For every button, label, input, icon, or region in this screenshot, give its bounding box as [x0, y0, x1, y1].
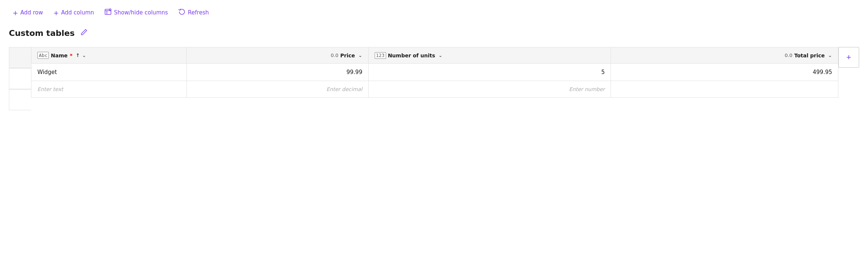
add-column-plus-button[interactable]: + — [838, 47, 859, 68]
row-1-units-value: 5 — [601, 69, 605, 75]
row-1-price-value: 99.99 — [347, 69, 362, 75]
empty-total-cell — [611, 81, 838, 98]
table-row: Widget 99.99 5 499.95 — [31, 64, 838, 81]
show-hide-label: Show/hide columns — [114, 9, 168, 16]
price-chevron-icon: ⌄ — [358, 53, 362, 58]
col-price-label: Price — [340, 53, 355, 58]
pencil-icon — [80, 28, 88, 38]
add-row-label: Add row — [20, 9, 43, 16]
price-type-icon: 0.0 — [331, 53, 338, 58]
table-wrapper: Abc Name * ↑ ⌄ 0.0 Price ⌄ — [9, 47, 859, 110]
add-col-plus-icon: + — [847, 53, 851, 62]
required-asterisk: * — [70, 53, 72, 58]
toolbar: + Add row + Add column Show/hide columns — [9, 6, 859, 19]
show-hide-icon — [104, 8, 112, 17]
units-chevron-icon: ⌄ — [439, 53, 443, 58]
column-header-total[interactable]: 0.0 Total price ⌄ — [611, 47, 838, 64]
empty-row-selector[interactable] — [9, 89, 31, 110]
col-name-label: Name — [51, 53, 67, 58]
column-header-units[interactable]: 123 Number of units ⌄ — [368, 47, 611, 64]
add-column-label: Add column — [61, 9, 94, 16]
page-title: Custom tables — [9, 28, 75, 38]
col-units-label: Number of units — [388, 53, 435, 58]
row-1-name-cell[interactable]: Widget — [31, 64, 187, 81]
row-1-price-cell[interactable]: 99.99 — [187, 64, 369, 81]
add-column-icon: + — [53, 9, 59, 17]
empty-price-placeholder: Enter decimal — [326, 86, 362, 92]
refresh-icon — [178, 8, 186, 17]
page-title-row: Custom tables — [9, 27, 859, 40]
show-hide-columns-button[interactable]: Show/hide columns — [101, 6, 172, 19]
empty-units-cell[interactable]: Enter number — [368, 81, 611, 98]
empty-units-placeholder: Enter number — [569, 86, 605, 92]
refresh-button[interactable]: Refresh — [175, 6, 213, 19]
row-1-name-value: Widget — [37, 69, 57, 75]
total-chevron-icon: ⌄ — [828, 53, 832, 58]
chevron-down-icon: ⌄ — [82, 53, 86, 58]
table-header-row: Abc Name * ↑ ⌄ 0.0 Price ⌄ — [31, 47, 838, 64]
sort-asc-icon: ↑ — [76, 53, 80, 58]
row-selector-column — [9, 47, 31, 110]
empty-name-placeholder: Enter text — [37, 86, 63, 92]
col-total-label: Total price — [794, 53, 825, 58]
add-row-icon: + — [13, 9, 18, 17]
header-selector-cell — [9, 47, 31, 68]
add-column-button[interactable]: + Add column — [50, 7, 98, 19]
row-1-units-cell[interactable]: 5 — [368, 64, 611, 81]
name-type-icon: Abc — [37, 52, 49, 59]
column-header-name[interactable]: Abc Name * ↑ ⌄ — [31, 47, 187, 64]
empty-row: Enter text Enter decimal Enter number — [31, 81, 838, 98]
empty-name-cell[interactable]: Enter text — [31, 81, 187, 98]
refresh-label: Refresh — [188, 9, 209, 16]
row-1-total-cell[interactable]: 499.95 — [611, 64, 838, 81]
row-1-total-value: 499.95 — [813, 69, 832, 75]
data-row-selector-1[interactable] — [9, 68, 31, 89]
add-row-button[interactable]: + Add row — [9, 7, 47, 19]
main-table: Abc Name * ↑ ⌄ 0.0 Price ⌄ — [31, 47, 838, 98]
edit-title-button[interactable] — [78, 27, 89, 40]
empty-price-cell[interactable]: Enter decimal — [187, 81, 369, 98]
total-type-icon: 0.0 — [785, 53, 793, 58]
sort-icons[interactable]: ↑ ⌄ — [76, 53, 86, 58]
units-type-icon: 123 — [375, 52, 386, 59]
column-header-price[interactable]: 0.0 Price ⌄ — [187, 47, 369, 64]
